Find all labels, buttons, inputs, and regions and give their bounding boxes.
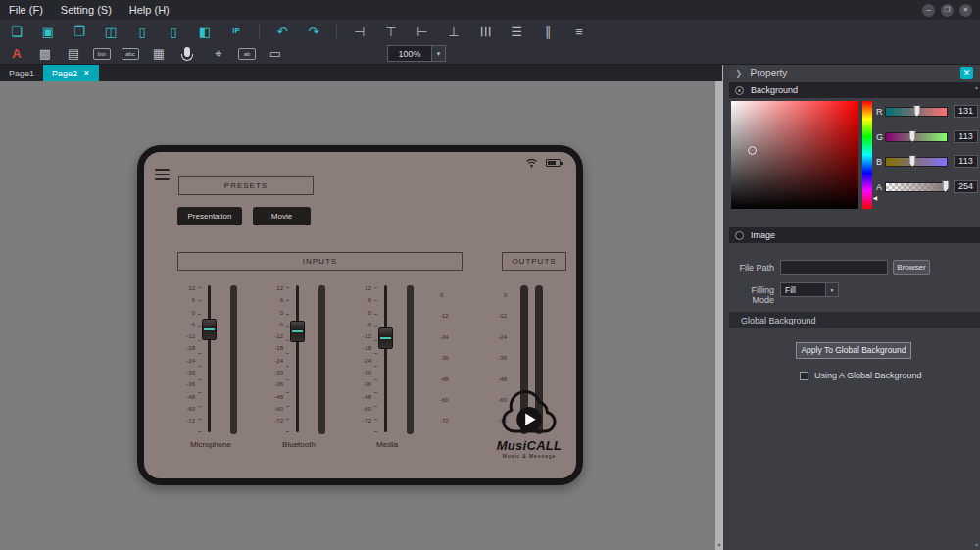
fader-track[interactable] — [296, 285, 299, 432]
toggle-tool-icon[interactable]: ab — [238, 48, 256, 60]
browse-button[interactable]: Browser — [893, 260, 930, 275]
background-radio[interactable] — [735, 86, 744, 95]
distribute-horizontal-icon[interactable]: ☰ — [479, 23, 492, 40]
fader-track[interactable] — [208, 285, 211, 432]
menu-bar: File (F) Setting (S) Help (H) ─ ❐ ✕ — [0, 0, 980, 20]
scroll-up-icon[interactable]: ▲ — [974, 84, 979, 90]
tab-close-icon[interactable]: ✕ — [83, 70, 90, 77]
file-path-input[interactable] — [780, 260, 888, 275]
equal-width-icon[interactable]: ∥ — [539, 25, 557, 38]
use-global-background-checkbox[interactable] — [800, 372, 808, 380]
grid-tool-icon[interactable]: ▦ — [150, 47, 168, 60]
fader-track[interactable] — [384, 285, 387, 432]
picture-tool-icon[interactable]: ▤ — [65, 47, 82, 60]
zoom-dropdown-arrow-icon[interactable]: ▼ — [431, 46, 445, 61]
main-toolbar: ❏ ▣ ❐ ◫ ▯ ▯ ◧ IP ↶ ↷ ⊣ ⊤ ⊢ ⊥ ☰ ☰ ∥ ≡ — [0, 20, 980, 43]
minimize-button[interactable]: ─ — [922, 4, 935, 17]
scroll-down-icon[interactable]: ▼ — [974, 542, 979, 548]
align-left-icon[interactable]: ⊣ — [351, 25, 368, 38]
fader-ticks — [198, 287, 201, 432]
dropdown-arrow-icon[interactable]: ▼ — [825, 283, 838, 296]
fader-knob[interactable] — [378, 327, 393, 349]
label-tool-icon[interactable]: abc — [122, 48, 139, 60]
property-panel-header: ❯ Property — [729, 65, 980, 81]
movie-button[interactable]: Movie — [253, 207, 311, 225]
channel-label: Media — [350, 440, 424, 449]
logo-subtitle: Music & Message — [485, 453, 573, 459]
presentation-button[interactable]: Presentation — [177, 207, 242, 225]
scroll-down-icon[interactable]: ▼ — [717, 542, 722, 548]
collapse-arrow-icon[interactable]: ❯ — [735, 69, 743, 78]
green-channel-row: G 113 — [876, 130, 978, 144]
green-slider-handle[interactable] — [909, 130, 916, 142]
fader-channel-microphone: 12 6 0 -6 -12 -18 -24 -30 -36 -48 -60 -7… — [181, 279, 240, 454]
tab-page1[interactable]: Page1 — [0, 65, 43, 81]
background-section-label: Background — [751, 85, 798, 95]
hamburger-menu-icon[interactable] — [155, 169, 170, 183]
image-radio[interactable] — [735, 231, 744, 240]
text-tool-icon[interactable]: A — [8, 47, 25, 60]
app-window: File (F) Setting (S) Help (H) ─ ❐ ✕ ❏ ▣ … — [0, 0, 980, 550]
red-slider-handle[interactable] — [913, 105, 920, 117]
color-saturation-picker[interactable] — [731, 101, 858, 209]
panel-scrollbar[interactable]: ▲ ▼ — [973, 82, 980, 550]
alpha-slider-handle[interactable] — [942, 180, 949, 192]
fader-tool-icon[interactable]: ⌖ — [210, 47, 227, 60]
phone-icon[interactable]: ▯ — [165, 25, 182, 38]
device-screen: PRESETS Presentation Movie INPUTS OUTPUT… — [144, 152, 576, 478]
filling-mode-dropdown[interactable]: Fill ▼ — [780, 282, 839, 297]
property-panel-title: Property — [751, 68, 788, 78]
equal-height-icon[interactable]: ≡ — [570, 25, 588, 38]
tablet-icon[interactable]: ▯ — [133, 25, 151, 38]
hue-slider-cursor[interactable]: ◀ — [872, 195, 877, 201]
fader-scale: 12 6 0 -6 -12 -18 -24 -30 -36 -48 -60 -7… — [358, 282, 371, 427]
shape-tool-icon[interactable]: ▭ — [267, 47, 284, 60]
device-mockup[interactable]: PRESETS Presentation Movie INPUTS OUTPUT… — [137, 145, 583, 485]
tab-page2[interactable]: Page2 ✕ — [43, 65, 99, 81]
redo-icon[interactable]: ↷ — [305, 25, 322, 38]
window-icon[interactable]: ◫ — [102, 25, 120, 38]
hue-slider[interactable]: ◀ — [862, 101, 872, 209]
status-icons — [525, 158, 561, 168]
panel-close-button[interactable]: ✕ — [960, 67, 973, 79]
alpha-channel-slider[interactable] — [885, 182, 948, 192]
fader-knob[interactable] — [202, 319, 217, 340]
fader-scale: 12 6 0 -6 -12 -18 -24 -30 -36 -48 -60 -7… — [270, 282, 283, 427]
fader-ticks — [286, 287, 289, 432]
button-tool-icon[interactable]: btn — [93, 48, 111, 60]
red-channel-slider[interactable] — [885, 107, 948, 117]
new-page-icon[interactable]: ❏ — [8, 25, 25, 38]
align-right-icon[interactable]: ⊢ — [414, 25, 431, 38]
green-channel-slider[interactable] — [885, 132, 948, 142]
background-section-header: Background — [729, 82, 980, 98]
save-icon[interactable]: ▣ — [39, 25, 57, 38]
toolbar-separator — [336, 25, 337, 38]
widget-toolbar: A ▩ ▤ btn abc ▦ ⌖ ab ▭ 100% ▼ — [0, 43, 980, 65]
window-controls: ─ ❐ ✕ — [922, 4, 980, 17]
tab-page1-label: Page1 — [9, 69, 34, 78]
align-bottom-icon[interactable]: ⊥ — [445, 25, 463, 38]
blue-slider-handle[interactable] — [909, 155, 916, 167]
menu-help[interactable]: Help (H) — [121, 0, 178, 20]
color-picker-cursor[interactable] — [748, 146, 757, 155]
menu-setting[interactable]: Setting (S) — [52, 0, 121, 20]
distribute-vertical-icon[interactable]: ☰ — [508, 25, 525, 38]
copy-icon[interactable]: ❐ — [71, 25, 88, 38]
blue-channel-slider[interactable] — [885, 157, 948, 167]
image-tool-icon[interactable]: ▩ — [36, 47, 54, 60]
menu-file[interactable]: File (F) — [0, 0, 52, 20]
close-button[interactable]: ✕ — [959, 4, 972, 17]
canvas-scrollbar[interactable]: ▲ ▼ — [715, 65, 723, 550]
monitor-export-icon[interactable]: ◧ — [196, 25, 214, 38]
fader-channel-media: 12 6 0 -6 -12 -18 -24 -30 -36 -48 -60 -7… — [358, 279, 416, 454]
fader-knob[interactable] — [290, 321, 305, 342]
maximize-button[interactable]: ❐ — [941, 4, 954, 17]
zoom-control[interactable]: 100% ▼ — [387, 45, 446, 62]
property-panel: ❯ Property ✕ Background ◀ R 131 G 113 B … — [729, 65, 980, 550]
ip-config-icon[interactable]: IP — [227, 27, 245, 35]
microphone-tool-icon[interactable] — [184, 47, 190, 57]
apply-global-background-button[interactable]: Apply To Global Background — [796, 342, 911, 359]
undo-icon[interactable]: ↶ — [273, 25, 291, 38]
align-top-icon[interactable]: ⊤ — [382, 25, 400, 38]
presets-header: PRESETS — [178, 176, 314, 195]
